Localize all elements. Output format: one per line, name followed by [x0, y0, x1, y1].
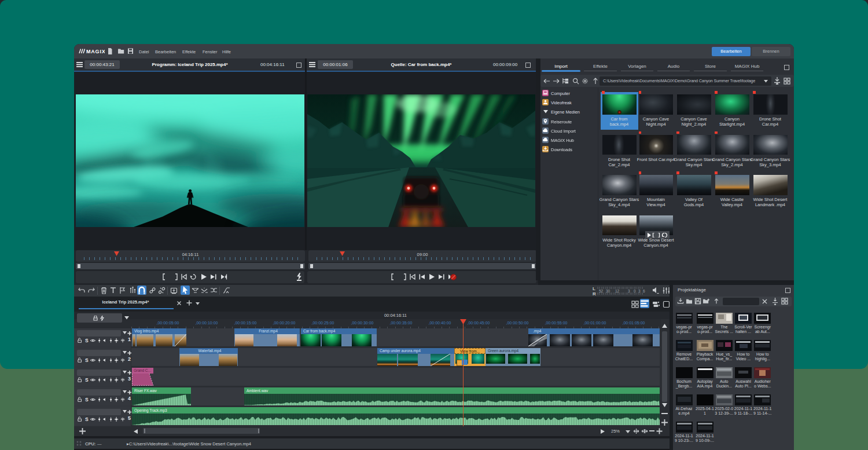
svg-text:MAGIX: MAGIX	[86, 49, 105, 54]
